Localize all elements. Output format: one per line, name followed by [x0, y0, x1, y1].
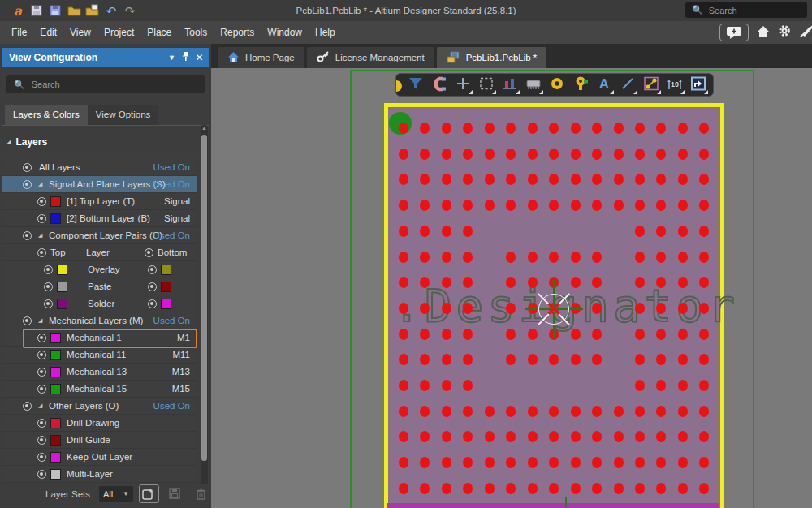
- visibility-eye-icon[interactable]: [23, 231, 32, 240]
- pad[interactable]: [485, 457, 495, 468]
- visibility-eye-icon[interactable]: [148, 299, 157, 308]
- pad[interactable]: [678, 252, 688, 263]
- pad[interactable]: [678, 380, 688, 391]
- pad[interactable]: [442, 380, 451, 391]
- visibility-eye-icon[interactable]: [44, 282, 53, 291]
- pad[interactable]: [506, 252, 516, 263]
- pad[interactable]: [463, 329, 473, 340]
- layer-row-overlay[interactable]: Overlay: [2, 261, 197, 278]
- dropdown-caret-icon[interactable]: [633, 90, 637, 94]
- color-swatch[interactable]: [50, 367, 61, 377]
- dropdown-caret-icon[interactable]: [492, 90, 496, 94]
- pad[interactable]: [635, 380, 645, 391]
- pad[interactable]: [506, 329, 516, 340]
- pad[interactable]: [442, 303, 451, 314]
- pen-disabled-icon[interactable]: [799, 24, 810, 41]
- crosshair-tool-button[interactable]: [451, 74, 474, 96]
- menu-item-place[interactable]: Place: [140, 24, 178, 41]
- visibility-eye-icon[interactable]: [23, 316, 32, 325]
- home-icon[interactable]: [757, 25, 770, 41]
- tab-layers-and-colors[interactable]: Layers & Colors: [5, 105, 88, 125]
- pad[interactable]: [442, 483, 451, 494]
- visibility-eye-icon[interactable]: [37, 214, 46, 223]
- pad[interactable]: [678, 149, 688, 160]
- pad[interactable]: [571, 457, 581, 468]
- pad[interactable]: [635, 226, 645, 237]
- pad[interactable]: [399, 303, 408, 314]
- doc-tab-home-page[interactable]: Home Page: [218, 47, 304, 68]
- pad[interactable]: [656, 329, 666, 340]
- pad[interactable]: [549, 483, 559, 494]
- layer-sets-dropdown[interactable]: All ▼: [99, 486, 133, 502]
- selection-tool-button[interactable]: [475, 74, 498, 96]
- dropdown-caret-icon[interactable]: [610, 90, 614, 94]
- color-swatch[interactable]: [50, 469, 61, 480]
- pad[interactable]: [571, 483, 581, 494]
- pad[interactable]: [592, 329, 602, 340]
- collapse-triangle-icon[interactable]: ◢: [38, 403, 42, 409]
- pad[interactable]: [614, 200, 624, 211]
- altium-logo-icon[interactable]: a: [10, 2, 26, 19]
- pad[interactable]: [528, 123, 538, 134]
- pad[interactable]: [635, 149, 645, 160]
- layer-row-mechanical-13[interactable]: Mechanical 13M13: [2, 364, 197, 381]
- placement-tool-button[interactable]: [499, 74, 521, 96]
- pad[interactable]: [399, 457, 408, 468]
- visibility-eye-icon[interactable]: [145, 248, 153, 257]
- layer-row-paste[interactable]: Paste: [2, 278, 197, 295]
- pad[interactable]: [463, 252, 473, 263]
- collapse-triangle-icon[interactable]: ◢: [38, 232, 42, 239]
- visibility-eye-icon[interactable]: [23, 163, 32, 172]
- pad[interactable]: [635, 200, 645, 211]
- pad[interactable]: [635, 277, 645, 288]
- pad[interactable]: [592, 149, 602, 160]
- pad[interactable]: [399, 123, 408, 134]
- color-swatch[interactable]: [50, 213, 61, 224]
- visibility-eye-icon[interactable]: [148, 282, 157, 291]
- pad[interactable]: [699, 329, 709, 340]
- layer-row-layer[interactable]: TopLayerBottom: [2, 244, 197, 261]
- layer-row-solder[interactable]: Solder: [2, 295, 197, 312]
- pad[interactable]: [485, 200, 495, 211]
- pad[interactable]: [678, 303, 688, 314]
- pad[interactable]: [485, 483, 495, 494]
- pad[interactable]: [442, 200, 451, 211]
- line-tool-button[interactable]: [616, 74, 639, 96]
- color-swatch[interactable]: [50, 418, 61, 428]
- pad[interactable]: [463, 149, 473, 160]
- color-swatch[interactable]: [57, 282, 67, 292]
- pad[interactable]: [571, 277, 581, 288]
- pad[interactable]: [528, 277, 538, 288]
- dropdown-caret-icon[interactable]: [680, 90, 685, 94]
- pad[interactable]: [635, 483, 645, 494]
- delete-layer-set-button[interactable]: [191, 484, 211, 503]
- pad[interactable]: [614, 483, 624, 494]
- layer-row-drill-guide[interactable]: Drill Guide: [2, 432, 197, 449]
- panel-search-input[interactable]: 🔍 Search: [6, 75, 205, 93]
- pad[interactable]: [549, 149, 559, 160]
- pad[interactable]: [678, 457, 688, 468]
- pad[interactable]: [399, 252, 408, 263]
- pad[interactable]: [614, 406, 624, 417]
- pad[interactable]: [528, 483, 538, 494]
- pad[interactable]: [399, 226, 408, 237]
- pad[interactable]: [442, 252, 451, 263]
- pad[interactable]: [506, 483, 516, 494]
- undo-icon[interactable]: ↶: [103, 2, 119, 19]
- dropdown-caret-icon[interactable]: [539, 90, 543, 94]
- visibility-eye-icon[interactable]: [37, 470, 46, 479]
- menu-item-edit[interactable]: Edit: [33, 24, 63, 41]
- visibility-eye-icon[interactable]: [37, 334, 46, 342]
- pad[interactable]: [614, 149, 624, 160]
- visibility-eye-icon[interactable]: [37, 197, 46, 206]
- panel-close-icon[interactable]: ✕: [192, 52, 206, 63]
- save-layer-set-button[interactable]: [165, 484, 185, 503]
- pad[interactable]: [399, 149, 408, 160]
- doc-tab-license-management[interactable]: License Management: [307, 47, 434, 68]
- pad[interactable]: [635, 303, 645, 314]
- layer-row-multi-layer[interactable]: Multi-Layer: [2, 466, 197, 483]
- pad[interactable]: [528, 406, 538, 417]
- pad[interactable]: [678, 329, 688, 340]
- pad[interactable]: [614, 457, 624, 468]
- layer-row-keep-out-layer[interactable]: Keep-Out Layer: [2, 449, 197, 466]
